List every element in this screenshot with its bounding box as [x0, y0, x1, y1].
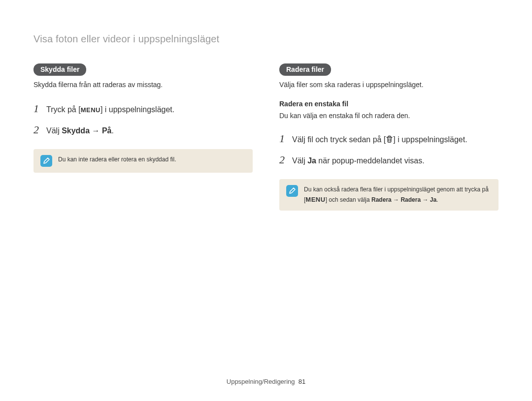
step-text: Tryck på [MENU] i uppspelningsläget.	[46, 103, 253, 116]
step-row: 1 Tryck på [MENU] i uppspelningsläget.	[33, 100, 253, 117]
protect-steps: 1 Tryck på [MENU] i uppspelningsläget. 2…	[33, 100, 253, 138]
step-number: 1	[33, 100, 41, 117]
step-fragment: ] i uppspelningsläget.	[393, 135, 467, 144]
content-columns: Skydda filer Skydda filerna från att rad…	[33, 63, 499, 211]
menu-key-icon: MENU	[305, 196, 325, 203]
step-number: 2	[33, 121, 41, 138]
section-pill-protect: Skydda filer	[33, 63, 86, 76]
step-fragment: .	[112, 126, 114, 135]
step-number: 2	[279, 151, 287, 168]
note-fragment: ] och sedan välja	[326, 196, 371, 203]
step-row: 2 Välj Skydda → På.	[33, 121, 253, 138]
menu-key-icon: MENU	[81, 106, 100, 114]
note-box: Du kan inte radera eller rotera en skydd…	[33, 149, 253, 173]
step-fragment: Välj fil och tryck sedan på [	[292, 135, 386, 144]
protect-intro: Skydda filerna från att raderas av misst…	[33, 80, 253, 90]
footer-section: Uppspelning/Redigering	[227, 378, 295, 385]
right-column: Radera filer Välja filer som ska raderas…	[279, 63, 499, 211]
note-box: Du kan också radera flera filer i uppspe…	[279, 179, 499, 211]
step-text: Välj Ja när popup-meddelandet visas.	[292, 154, 499, 167]
page-footer: Uppspelning/Redigering 81	[0, 378, 532, 385]
step-fragment: Välj	[46, 126, 62, 135]
note-text: Du kan också radera flera filer i uppspe…	[304, 185, 492, 205]
step-fragment: ] i uppspelningsläget.	[100, 105, 174, 114]
left-column: Skydda filer Skydda filerna från att rad…	[33, 63, 253, 211]
delete-steps: 1 Välj fil och tryck sedan på [] i uppsp…	[279, 130, 499, 168]
page-number: 81	[299, 378, 305, 385]
note-icon	[40, 155, 52, 167]
delete-intro: Välja filer som ska raderas i uppspelnin…	[279, 80, 499, 90]
step-fragment: Tryck på [	[46, 105, 81, 114]
note-text: Du kan inte radera eller rotera en skydd…	[58, 155, 246, 164]
step-number: 1	[279, 130, 287, 147]
delete-subhead: Radera en enstaka fil	[279, 100, 499, 108]
step-text: Välj fil och tryck sedan på [] i uppspel…	[292, 133, 499, 147]
step-bold: Ja	[307, 156, 316, 165]
step-bold: Skydda → På	[62, 126, 111, 135]
step-text: Välj Skydda → På.	[46, 124, 253, 137]
note-icon	[286, 185, 298, 197]
section-pill-delete: Radera filer	[279, 63, 331, 76]
delete-subtext: Du kan välja en enstaka fil och radera d…	[279, 111, 499, 121]
note-fragment: .	[436, 196, 438, 203]
breadcrumb: Visa foton eller videor i uppspelningslä…	[33, 33, 499, 45]
step-row: 2 Välj Ja när popup-meddelandet visas.	[279, 151, 499, 168]
step-fragment: när popup-meddelandet visas.	[316, 156, 425, 165]
trash-icon	[386, 134, 393, 147]
manual-page: Visa foton eller videor i uppspelningslä…	[0, 0, 532, 401]
step-fragment: Välj	[292, 156, 307, 165]
note-bold: Radera → Radera → Ja	[371, 196, 436, 203]
step-row: 1 Välj fil och tryck sedan på [] i uppsp…	[279, 130, 499, 147]
